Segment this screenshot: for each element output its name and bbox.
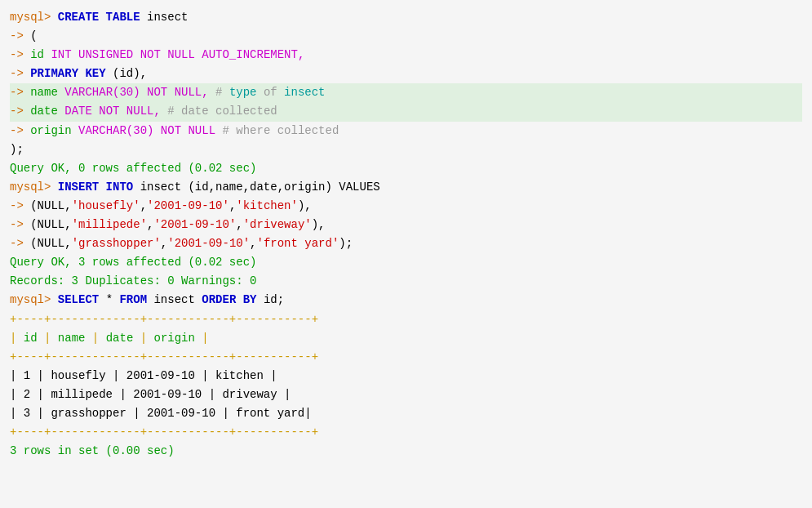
terminal-text: VARCHAR(30) NOT NULL,	[58, 86, 209, 99]
terminal-line: Records: 3 Duplicates: 0 Warnings: 0	[10, 272, 802, 291]
terminal-text: *	[99, 293, 119, 306]
terminal-text: ,	[140, 199, 147, 212]
terminal-text: # date collected	[161, 105, 277, 118]
terminal-text: (id),	[106, 67, 147, 80]
terminal-text: id;	[257, 293, 285, 306]
terminal-text: of	[257, 86, 285, 99]
terminal-text: 'housefly'	[72, 199, 140, 212]
terminal-text: 'millipede'	[72, 218, 147, 231]
terminal-text: ->	[10, 237, 30, 250]
terminal-text: 'grasshopper'	[72, 237, 161, 250]
terminal-text: ),	[312, 218, 326, 231]
terminal-text: CREATE TABLE	[58, 11, 140, 24]
terminal-text: Query OK, 3 rows affected (0.02 sec)	[10, 256, 256, 269]
terminal-line: -> (NULL,'millipede','2001-09-10','drive…	[10, 216, 802, 234]
terminal-text: ,	[250, 237, 256, 250]
terminal-line: Query OK, 0 rows affected (0.02 sec)	[10, 159, 802, 178]
terminal-text: |	[140, 332, 154, 345]
terminal-line: +----+-------------+------------+-------…	[10, 310, 802, 329]
terminal-text: # where collected	[215, 124, 339, 137]
terminal-text: mysql>	[10, 11, 58, 24]
terminal-line: -> date DATE NOT NULL, # date collected	[10, 102, 802, 121]
terminal-text: DATE NOT NULL,	[58, 105, 161, 118]
terminal-line: -> (	[10, 27, 802, 46]
terminal-line: 3 rows in set (0.00 sec)	[10, 442, 802, 461]
terminal-text: ->	[10, 29, 30, 42]
terminal-text: ->	[10, 199, 30, 212]
terminal-text: | 1 | housefly | 2001-09-10 | kitchen |	[10, 369, 277, 382]
terminal-line: -> (NULL,'housefly','2001-09-10','kitche…	[10, 197, 802, 216]
terminal-text: id	[30, 48, 44, 61]
terminal-text: ->	[10, 218, 30, 231]
terminal-text: #	[209, 86, 229, 99]
terminal-text: SELECT	[58, 293, 99, 306]
terminal-text: (NULL,	[30, 237, 71, 250]
terminal-line: | 3 | grasshopper | 2001-09-10 | front y…	[10, 404, 802, 423]
terminal-text: Query OK, 0 rows affected (0.02 sec)	[10, 162, 256, 175]
terminal-text: 3 rows in set (0.00 sec)	[10, 444, 175, 457]
terminal-text: (	[30, 29, 37, 42]
terminal-text: INT UNSIGNED NOT NULL AUTO_INCREMENT,	[44, 48, 304, 61]
terminal-text: ->	[10, 105, 30, 118]
terminal-line: | id | name | date | origin |	[10, 329, 802, 348]
terminal-text: (NULL,	[30, 199, 71, 212]
terminal-text: type	[229, 86, 257, 99]
terminal-text: name	[58, 332, 92, 345]
terminal-text: +----+-------------+------------+-------…	[10, 350, 318, 363]
terminal-text: | 2 | millipede | 2001-09-10 | driveway …	[10, 388, 291, 401]
terminal-window: mysql> CREATE TABLE insect -> ( -> id IN…	[0, 0, 812, 508]
terminal-line: | 2 | millipede | 2001-09-10 | driveway …	[10, 385, 802, 404]
terminal-line: +----+-------------+------------+-------…	[10, 348, 802, 367]
terminal-text: 'driveway'	[243, 218, 312, 231]
terminal-text: mysql>	[10, 180, 58, 194]
terminal-text: ,	[161, 237, 167, 250]
terminal-text: INSERT INTO	[58, 180, 133, 194]
terminal-text: '2001-09-10'	[167, 237, 250, 250]
terminal-line: +----+-------------+------------+-------…	[10, 423, 802, 442]
terminal-text: insect (id,name,date,origin) VALUES	[133, 180, 379, 194]
terminal-text: ,	[236, 218, 242, 231]
terminal-line: mysql> CREATE TABLE insect	[10, 8, 802, 27]
terminal-text: );	[10, 143, 24, 156]
terminal-text: insect	[140, 11, 189, 24]
terminal-text: name	[30, 86, 58, 99]
terminal-text: +----+-------------+------------+-------…	[10, 313, 318, 326]
terminal-text: |	[202, 332, 208, 345]
terminal-line: | 1 | housefly | 2001-09-10 | kitchen |	[10, 367, 802, 385]
terminal-text: insect	[147, 293, 202, 306]
terminal-text: 'kitchen'	[236, 199, 298, 212]
terminal-text: ->	[10, 86, 30, 99]
terminal-content: mysql> CREATE TABLE insect -> ( -> id IN…	[10, 8, 802, 461]
terminal-text: ORDER BY	[202, 293, 256, 306]
terminal-line: mysql> SELECT * FROM insect ORDER BY id;	[10, 291, 802, 310]
terminal-text: |	[38, 332, 58, 345]
terminal-text: origin	[154, 332, 202, 345]
terminal-text: origin	[30, 124, 71, 137]
terminal-text: mysql>	[10, 293, 58, 306]
terminal-line: -> PRIMARY KEY (id),	[10, 65, 802, 83]
terminal-text: '2001-09-10'	[147, 199, 229, 212]
terminal-line: -> id INT UNSIGNED NOT NULL AUTO_INCREME…	[10, 46, 802, 65]
terminal-text: date	[106, 332, 140, 345]
terminal-text: +----+-------------+------------+-------…	[10, 426, 318, 439]
terminal-text: VARCHAR(30) NOT NULL	[72, 124, 215, 137]
terminal-text: |	[10, 332, 24, 345]
terminal-line: -> (NULL,'grasshopper','2001-09-10','fro…	[10, 234, 802, 253]
terminal-line: -> origin VARCHAR(30) NOT NULL # where c…	[10, 122, 802, 140]
terminal-text: insect	[284, 86, 325, 99]
terminal-text: |	[92, 332, 106, 345]
terminal-text: PRIMARY KEY	[30, 67, 105, 80]
terminal-text: date	[30, 105, 58, 118]
terminal-text: 'front yard'	[257, 237, 339, 250]
terminal-text: ->	[10, 124, 30, 137]
terminal-text: FROM	[119, 293, 147, 306]
terminal-line: );	[10, 140, 802, 159]
terminal-text: (NULL,	[30, 218, 71, 231]
terminal-text: '2001-09-10'	[153, 218, 236, 231]
terminal-text: id	[24, 332, 38, 345]
terminal-text: | 3 | grasshopper | 2001-09-10 | front y…	[10, 407, 312, 420]
terminal-line: -> name VARCHAR(30) NOT NULL, # type of …	[10, 83, 802, 102]
terminal-text: Records: 3 Duplicates: 0 Warnings: 0	[10, 274, 256, 287]
terminal-line: mysql> INSERT INTO insect (id,name,date,…	[10, 178, 802, 197]
terminal-line: Query OK, 3 rows affected (0.02 sec)	[10, 253, 802, 272]
